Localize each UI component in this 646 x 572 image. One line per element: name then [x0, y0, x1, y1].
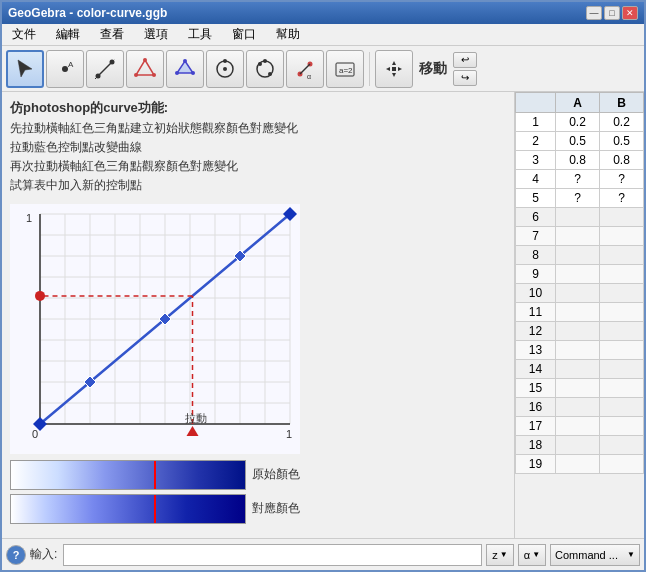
table-cell-B[interactable] — [600, 341, 644, 360]
toolbar-divider — [369, 52, 370, 86]
undo-button[interactable]: ↩ — [453, 52, 477, 68]
minimize-button[interactable]: — — [586, 6, 602, 20]
navigate-tool-button[interactable] — [375, 50, 413, 88]
table-cell-A[interactable]: ? — [556, 170, 600, 189]
table-container[interactable]: A B 10.20.220.50.530.80.84??5??678910111… — [515, 92, 644, 538]
help-button[interactable]: ? — [6, 545, 26, 565]
table-cell-A[interactable] — [556, 417, 600, 436]
point-tool-button[interactable]: A — [46, 50, 84, 88]
menu-view[interactable]: 查看 — [94, 24, 130, 45]
table-cell-A[interactable] — [556, 455, 600, 474]
table-cell-B[interactable] — [600, 322, 644, 341]
main-content: 仿photoshop的curve功能: 先拉動橫軸紅色三角點建立初始狀態觀察顏色… — [2, 92, 644, 538]
table-cell-B[interactable] — [600, 227, 644, 246]
table-row: 13 — [516, 341, 644, 360]
table-cell-B[interactable] — [600, 246, 644, 265]
table-cell-A[interactable]: 0.8 — [556, 151, 600, 170]
menu-edit[interactable]: 編輯 — [50, 24, 86, 45]
table-cell-A[interactable]: 0.5 — [556, 132, 600, 151]
polygon2-tool-button[interactable] — [166, 50, 204, 88]
table-cell-B[interactable]: ? — [600, 189, 644, 208]
table-cell-index[interactable]: 15 — [516, 379, 556, 398]
mapped-color-row: 對應顏色 — [10, 494, 300, 524]
table-cell-B[interactable] — [600, 284, 644, 303]
graph-canvas[interactable] — [10, 204, 300, 454]
select-tool-button[interactable] — [6, 50, 44, 88]
slope-tool-button[interactable]: α — [286, 50, 324, 88]
table-cell-index[interactable]: 6 — [516, 208, 556, 227]
graph-container[interactable]: 拉動 — [10, 204, 300, 454]
table-cell-index[interactable]: 8 — [516, 246, 556, 265]
table-cell-B[interactable] — [600, 455, 644, 474]
svg-point-19 — [268, 72, 272, 76]
table-cell-index[interactable]: 5 — [516, 189, 556, 208]
command-dropdown[interactable]: Command ... ▼ — [550, 544, 640, 566]
table-cell-index[interactable]: 11 — [516, 303, 556, 322]
move-label: 移動 — [419, 60, 447, 78]
menu-options[interactable]: 選項 — [138, 24, 174, 45]
table-cell-A[interactable]: 0.2 — [556, 113, 600, 132]
table-cell-index[interactable]: 3 — [516, 151, 556, 170]
polygon-tool-button[interactable] — [126, 50, 164, 88]
table-cell-B[interactable]: ? — [600, 170, 644, 189]
table-cell-A[interactable] — [556, 341, 600, 360]
table-row: 8 — [516, 246, 644, 265]
table-cell-B[interactable] — [600, 303, 644, 322]
table-cell-A[interactable] — [556, 208, 600, 227]
text-tool-button[interactable]: a=2 — [326, 50, 364, 88]
table-cell-index[interactable]: 7 — [516, 227, 556, 246]
color-bars: 原始顏色 對應顏色 — [10, 460, 300, 528]
table-cell-B[interactable] — [600, 208, 644, 227]
table-cell-B[interactable] — [600, 417, 644, 436]
table-cell-index[interactable]: 18 — [516, 436, 556, 455]
table-cell-index[interactable]: 17 — [516, 417, 556, 436]
table-cell-index[interactable]: 1 — [516, 113, 556, 132]
ellipse-icon — [253, 57, 277, 81]
table-row: 9 — [516, 265, 644, 284]
table-cell-A[interactable] — [556, 379, 600, 398]
table-cell-A[interactable] — [556, 246, 600, 265]
menu-window[interactable]: 窗口 — [226, 24, 262, 45]
circle-tool-button[interactable] — [206, 50, 244, 88]
ellipse-tool-button[interactable] — [246, 50, 284, 88]
table-cell-B[interactable] — [600, 379, 644, 398]
table-cell-index[interactable]: 19 — [516, 455, 556, 474]
svg-point-18 — [258, 62, 262, 66]
table-cell-B[interactable] — [600, 398, 644, 417]
table-cell-B[interactable] — [600, 265, 644, 284]
table-cell-index[interactable]: 4 — [516, 170, 556, 189]
table-cell-index[interactable]: 16 — [516, 398, 556, 417]
alpha-dropdown[interactable]: α ▼ — [518, 544, 546, 566]
table-cell-index[interactable]: 2 — [516, 132, 556, 151]
table-cell-A[interactable] — [556, 303, 600, 322]
table-cell-B[interactable]: 0.8 — [600, 151, 644, 170]
maximize-button[interactable]: □ — [604, 6, 620, 20]
table-cell-B[interactable]: 0.2 — [600, 113, 644, 132]
table-cell-index[interactable]: 14 — [516, 360, 556, 379]
table-cell-A[interactable] — [556, 284, 600, 303]
table-cell-index[interactable]: 10 — [516, 284, 556, 303]
menu-help[interactable]: 幫助 — [270, 24, 306, 45]
redo-button[interactable]: ↪ — [453, 70, 477, 86]
command-input[interactable] — [63, 544, 482, 566]
close-button[interactable]: ✕ — [622, 6, 638, 20]
table-cell-A[interactable]: ? — [556, 189, 600, 208]
menu-file[interactable]: 文件 — [6, 24, 42, 45]
table-cell-index[interactable]: 13 — [516, 341, 556, 360]
menu-tools[interactable]: 工具 — [182, 24, 218, 45]
table-cell-B[interactable] — [600, 360, 644, 379]
slope-icon: α — [293, 57, 317, 81]
table-cell-A[interactable] — [556, 322, 600, 341]
table-cell-A[interactable] — [556, 265, 600, 284]
table-cell-A[interactable] — [556, 360, 600, 379]
table-cell-index[interactable]: 9 — [516, 265, 556, 284]
line-tool-button[interactable] — [86, 50, 124, 88]
table-cell-A[interactable] — [556, 436, 600, 455]
table-cell-index[interactable]: 12 — [516, 322, 556, 341]
table-cell-A[interactable] — [556, 398, 600, 417]
z-dropdown[interactable]: z ▼ — [486, 544, 514, 566]
table-cell-B[interactable] — [600, 436, 644, 455]
table-cell-A[interactable] — [556, 227, 600, 246]
original-color-bar — [10, 460, 246, 490]
table-cell-B[interactable]: 0.5 — [600, 132, 644, 151]
